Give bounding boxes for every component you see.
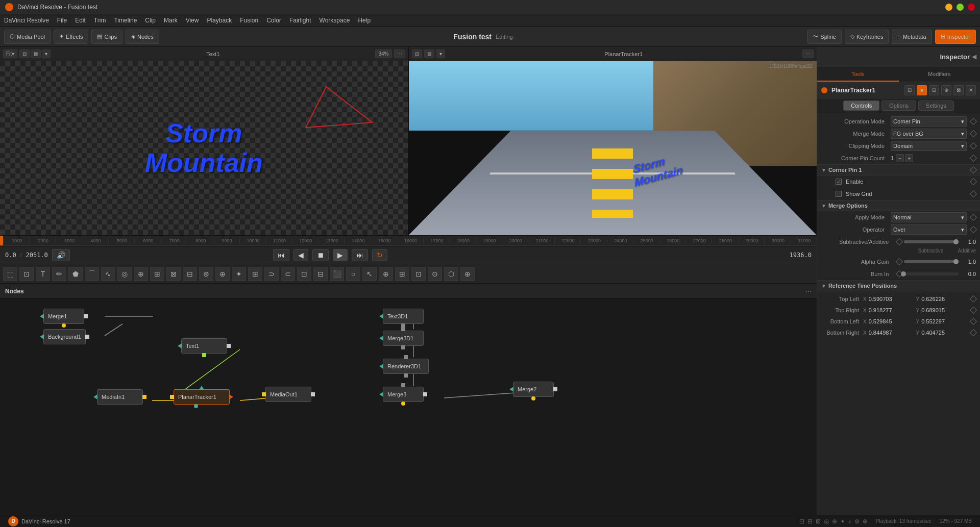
icon7[interactable]: ♪: [848, 518, 851, 525]
reference-time-header[interactable]: ▼ Reference Time Positions: [817, 280, 980, 291]
scene-tool[interactable]: ⬡: [444, 267, 458, 281]
right-viewer[interactable]: StormMountain 1920x1080xfloat32: [409, 61, 817, 235]
merge3-node[interactable]: Merge3: [383, 387, 424, 402]
count-minus-button[interactable]: −: [896, 154, 904, 162]
operation-mode-diamond[interactable]: [970, 118, 977, 125]
subadditive-diamond[interactable]: [896, 238, 903, 245]
loop-button[interactable]: ↻: [372, 249, 387, 261]
inspector-scroll[interactable]: PlanarTracker1 ⊡ ■ ⊟ ⊕ ⊠ ✕ Controls Opti…: [817, 82, 980, 527]
tools-tab[interactable]: Tools: [817, 67, 899, 82]
inspector-button[interactable]: ⊞ Inspector: [935, 30, 976, 44]
text1-node[interactable]: Text1: [181, 338, 227, 354]
particle-tool[interactable]: ✦: [232, 267, 246, 281]
clips-button[interactable]: ▤ Clips: [91, 30, 122, 44]
icon8[interactable]: ⊛: [854, 518, 860, 525]
subadditive-slider[interactable]: [904, 240, 959, 243]
link-tool[interactable]: ⊂: [281, 267, 295, 281]
menu-fusion[interactable]: Fusion: [240, 17, 258, 24]
menu-view[interactable]: View: [186, 17, 199, 24]
rv-btn2[interactable]: ⊠: [424, 49, 434, 58]
operation-mode-select[interactable]: Corner Pin ▾: [891, 116, 967, 127]
paint-tool[interactable]: ✏: [52, 267, 66, 281]
menu-edit[interactable]: Edit: [75, 17, 86, 24]
corner-pin-1-diamond[interactable]: [970, 166, 977, 173]
settings-tab[interactable]: Settings: [918, 101, 954, 111]
connect-tool[interactable]: ⊃: [264, 267, 279, 281]
step-back-button[interactable]: ◀: [293, 249, 308, 261]
go-end-button[interactable]: ⏭: [352, 249, 368, 261]
clipping-mode-select[interactable]: Domain ▾: [891, 141, 967, 151]
text3d1-node[interactable]: Text3D1: [383, 309, 424, 324]
nc-btn-1[interactable]: ⊡: [904, 85, 915, 95]
track-tool[interactable]: ⊛: [199, 267, 213, 281]
play-button[interactable]: ▶: [333, 249, 348, 261]
nc-btn-6[interactable]: ✕: [966, 85, 976, 95]
pin-tool[interactable]: ⊕: [379, 267, 393, 281]
bezier-tool[interactable]: ∿: [101, 267, 115, 281]
icon1[interactable]: ⊡: [799, 518, 804, 525]
clone-tool[interactable]: ⊕: [134, 267, 148, 281]
pointer-tool[interactable]: ⬚: [3, 267, 17, 281]
merge2-node[interactable]: Merge2: [513, 382, 554, 397]
rv-btn3[interactable]: ▾: [436, 49, 445, 58]
merge-mode-select[interactable]: FG over BG ▾: [891, 129, 967, 139]
warp-tool[interactable]: ◎: [117, 267, 132, 281]
spline-button[interactable]: 〜 Spline: [807, 30, 842, 44]
nc-btn-5[interactable]: ⊠: [953, 85, 964, 95]
bottom-right-diamond[interactable]: [970, 329, 977, 336]
nc-btn-2[interactable]: ■: [917, 85, 927, 95]
camera-tool[interactable]: ⊡: [411, 267, 426, 281]
background1-node[interactable]: Background1: [43, 329, 86, 344]
hand-tool[interactable]: ↖: [362, 267, 377, 281]
menu-playback[interactable]: Playback: [207, 17, 232, 24]
inspector-collapse[interactable]: ◀: [972, 53, 976, 61]
metadata-button[interactable]: ≡ Metadata: [892, 30, 932, 44]
icon2[interactable]: ⊟: [807, 518, 813, 525]
light-tool[interactable]: ⊙: [428, 267, 442, 281]
text-tool[interactable]: T: [36, 267, 50, 281]
nodes-options-button[interactable]: ⋯: [805, 288, 812, 295]
merge1-node[interactable]: Merge1: [43, 309, 84, 324]
bspline-tool[interactable]: ⌒: [85, 267, 99, 281]
enable-checkbox[interactable]: ✓: [836, 179, 842, 185]
media-pool-button[interactable]: ⬡ Media Pool: [4, 30, 51, 44]
menu-color[interactable]: Color: [266, 17, 281, 24]
ellipse-tool[interactable]: ○: [346, 267, 360, 281]
show-grid-diamond[interactable]: [970, 190, 977, 197]
nodes-button[interactable]: ◈ Nodes: [126, 30, 159, 44]
bg-tool[interactable]: ⬛: [330, 267, 344, 281]
grid-tool[interactable]: ⊞: [248, 267, 262, 281]
lv-view-btn3[interactable]: ▾: [42, 49, 51, 58]
count-diamond[interactable]: [970, 155, 977, 162]
show-grid-checkbox[interactable]: [836, 191, 842, 197]
operator-diamond[interactable]: [970, 226, 977, 233]
burn-in-slider[interactable]: [904, 272, 959, 275]
merge3d1-node[interactable]: Merge3D1: [383, 331, 424, 346]
left-viewer[interactable]: Storm Mountain: [0, 61, 408, 235]
nodes-canvas[interactable]: Merge1 Background1 Text1: [0, 298, 817, 527]
stop-button[interactable]: ⏹: [312, 249, 329, 261]
modifiers-tab[interactable]: Modifiers: [899, 67, 981, 82]
transform-tool[interactable]: ⊠: [166, 267, 181, 281]
keyframes-button[interactable]: ◇ Keyframes: [845, 30, 889, 44]
menu-trim[interactable]: Trim: [94, 17, 106, 24]
icon9[interactable]: ⊕: [863, 518, 868, 525]
menu-timeline[interactable]: Timeline: [114, 17, 137, 24]
merge-options-header[interactable]: ▼ Merge Options: [817, 200, 980, 211]
icon4[interactable]: ◎: [824, 518, 829, 525]
lv-view-btn[interactable]: ⊟: [19, 49, 30, 58]
lv-zoom[interactable]: 34%: [375, 49, 391, 58]
fit-button[interactable]: Fit▾: [3, 49, 17, 58]
go-start-button[interactable]: ⏮: [273, 249, 289, 261]
merge-mode-diamond[interactable]: [970, 130, 977, 137]
3d-transform-tool[interactable]: ⊟: [183, 267, 197, 281]
lv-options[interactable]: ⋯: [394, 49, 405, 58]
apply-mode-select[interactable]: Normal ▾: [891, 212, 967, 222]
mask-tool[interactable]: ⊟: [313, 267, 328, 281]
mediaout1-node[interactable]: MediaOut1: [265, 387, 311, 402]
top-right-diamond[interactable]: [970, 307, 977, 314]
menu-help[interactable]: Help: [358, 17, 371, 24]
alpha-gain-slider[interactable]: [904, 260, 959, 263]
options-tab[interactable]: Options: [881, 101, 916, 111]
renderer3d1-node[interactable]: Renderer3D1: [383, 359, 429, 374]
